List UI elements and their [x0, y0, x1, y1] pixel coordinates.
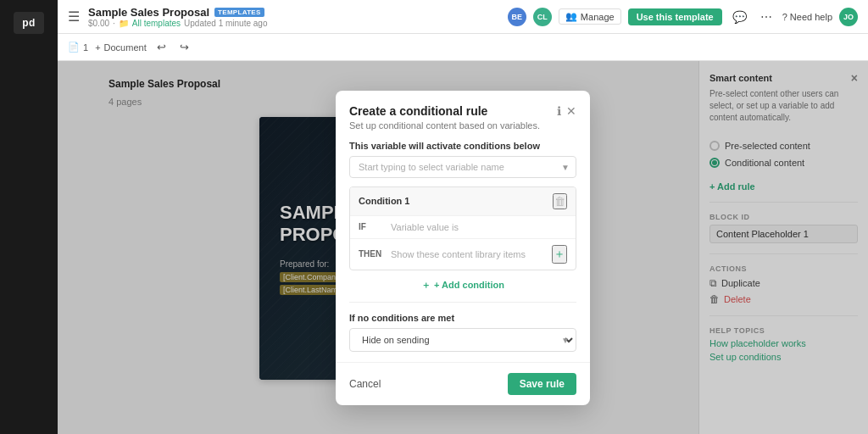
no-conditions-section: If no conditions are met Hide on sending…: [349, 302, 576, 352]
condition-then-row: THEN Show these content library items ＋: [350, 238, 576, 270]
need-help-button[interactable]: ? Need help: [782, 12, 832, 22]
then-value[interactable]: Show these content library items: [391, 249, 545, 259]
chat-icon-button[interactable]: 💬: [729, 8, 750, 25]
avatar-be: BE: [508, 8, 526, 26]
no-conditions-label: If no conditions are met: [349, 313, 576, 323]
condition-1-delete-button[interactable]: 🗑: [553, 193, 567, 209]
redo-button[interactable]: ↪: [176, 39, 192, 55]
logo-bar: pd: [0, 0, 58, 434]
if-label: IF: [359, 222, 384, 231]
avatar-jo: JO: [839, 8, 858, 26]
people-icon: 👥: [565, 11, 577, 22]
toolbar: 📄 1 + Document ↩ ↪: [58, 34, 868, 61]
hamburger-icon[interactable]: ☰: [68, 8, 80, 25]
add-condition-label: + Add condition: [434, 280, 504, 290]
templates-badge: TEMPLATES: [214, 8, 264, 17]
if-value[interactable]: Variable value is: [391, 222, 567, 232]
top-bar: ☰ Sample Sales Proposal TEMPLATES $0.00 …: [58, 0, 868, 34]
modal-footer: Cancel Save rule: [336, 362, 590, 405]
condition-1-title: Condition 1: [359, 196, 410, 206]
document-button[interactable]: + Document: [95, 42, 147, 53]
variable-select-wrapper: Start typing to select variable name ▼: [349, 156, 576, 178]
more-options-button[interactable]: ⋯: [757, 8, 776, 25]
undo-button[interactable]: ↩: [153, 39, 170, 55]
no-conditions-select[interactable]: Hide on sending: [349, 328, 576, 352]
modal-info-button[interactable]: ℹ: [557, 104, 561, 118]
doc-title: Sample Sales Proposal: [88, 6, 209, 19]
main-area: ☰ Sample Sales Proposal TEMPLATES $0.00 …: [58, 0, 868, 434]
folder-icon: 📁: [119, 19, 129, 28]
modal-header-icons: ℹ ✕: [557, 104, 576, 118]
page-count-item: 📄 1: [68, 42, 88, 53]
conditional-rule-modal: Create a conditional rule Set up conditi…: [336, 91, 590, 405]
logo[interactable]: pd: [14, 12, 44, 34]
question-icon: ?: [782, 12, 787, 22]
content-area: Sample Sales Proposal 4 pages SAMPLE SA …: [58, 61, 868, 434]
condition-if-row: IF Variable value is: [350, 215, 576, 238]
top-bar-left: ☰ Sample Sales Proposal TEMPLATES $0.00 …: [68, 6, 267, 28]
plus-icon: +: [95, 42, 100, 53]
modal-title-area: Create a conditional rule Set up conditi…: [349, 104, 540, 131]
modal-body: This variable will activate conditions b…: [336, 131, 590, 362]
modal-header: Create a conditional rule Set up conditi…: [336, 91, 590, 131]
modal-overlay: Create a conditional rule Set up conditi…: [58, 61, 868, 434]
modal-title: Create a conditional rule: [349, 104, 540, 118]
page-count: 1: [83, 42, 88, 53]
variable-section-label: This variable will activate conditions b…: [349, 141, 576, 151]
condition-1-header: Condition 1 🗑: [350, 187, 576, 215]
then-label: THEN: [359, 249, 384, 259]
doc-price: $0.00: [88, 19, 109, 28]
condition-1-box: Condition 1 🗑 IF Variable value is THEN …: [349, 186, 576, 270]
doc-title-row: Sample Sales Proposal TEMPLATES: [88, 6, 267, 19]
add-condition-button[interactable]: ＋ + Add condition: [349, 279, 576, 292]
doc-updated: Updated 1 minute ago: [184, 19, 267, 28]
use-template-button[interactable]: Use this template: [628, 8, 722, 25]
add-condition-icon: ＋: [421, 279, 431, 292]
page-icon: 📄: [68, 42, 80, 53]
save-rule-button[interactable]: Save rule: [508, 373, 576, 395]
doc-title-area: Sample Sales Proposal TEMPLATES $0.00 · …: [88, 6, 267, 28]
manage-button[interactable]: 👥 Manage: [559, 8, 621, 25]
doc-templates-link[interactable]: All templates: [132, 19, 181, 28]
top-bar-right: BE CL 👥 Manage Use this template 💬 ⋯ ? N…: [508, 8, 858, 26]
no-conditions-select-wrapper: Hide on sending ▼: [349, 328, 576, 352]
cancel-button[interactable]: Cancel: [349, 378, 381, 390]
doc-meta: $0.00 · 📁 All templates Updated 1 minute…: [88, 19, 267, 28]
modal-close-button[interactable]: ✕: [566, 104, 576, 118]
variable-select[interactable]: Start typing to select variable name: [349, 156, 576, 178]
doc-separator: ·: [113, 19, 115, 28]
modal-subtitle: Set up conditional content based on vari…: [349, 120, 540, 131]
then-add-button[interactable]: ＋: [552, 245, 567, 264]
avatar-cl: CL: [533, 8, 552, 26]
